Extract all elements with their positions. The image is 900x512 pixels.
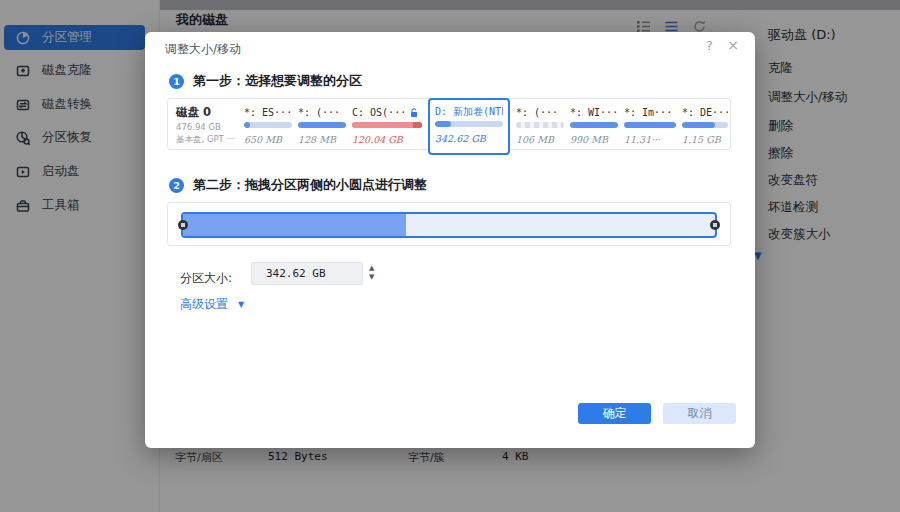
close-icon[interactable]: × [727,37,739,53]
dialog-title: 调整大小/移动 [165,41,241,58]
partition-card-winre[interactable]: *: WI··· 990 MB [570,105,618,149]
step1-heading: 1 第一步：选择想要调整的分区 [169,72,362,90]
partition-cards: *: ES··· 650 MB *: (··· 128 MB C: OS(···… [244,105,728,149]
slider-used-space [183,214,406,236]
partition-card-image[interactable]: *: Im··· 11.31··· [624,105,676,149]
ok-button[interactable]: 确定 [578,403,651,424]
slider-right-handle[interactable] [710,220,720,230]
partition-card-msr[interactable]: *: (··· 128 MB [298,105,346,149]
partition-card-de[interactable]: *: DE··· 1.15 GB [682,105,728,149]
step1-text: 第一步：选择想要调整的分区 [193,72,362,90]
stepper-up-icon[interactable]: ▲ [369,264,374,272]
disk-partition-strip: 磁盘 0 476.94 GB 基本盘, GPT ··· *: ES··· 650… [167,98,731,150]
disk-size: 476.94 GB [176,122,244,132]
chevron-down-icon: ▼ [238,300,244,309]
disk-info: 磁盘 0 476.94 GB 基本盘, GPT ··· [176,105,244,149]
resize-slider-track[interactable] [181,212,717,238]
help-icon[interactable]: ? [706,38,713,53]
partition-card-c[interactable]: C: OS(··· 120.04 GB [352,105,422,149]
partition-card-d-selected[interactable]: D: 新加卷(NTFS) 342.62 GB [428,98,510,155]
disk-type: 基本盘, GPT ··· [176,134,244,146]
partition-card-unallocated[interactable]: *: (··· 106 MB [516,105,564,149]
disk-name: 磁盘 0 [176,105,244,120]
partition-card-esp[interactable]: *: ES··· 650 MB [244,105,292,149]
slider-left-handle[interactable] [178,220,188,230]
partition-size-label: 分区大小: [180,270,232,287]
stepper-down-icon[interactable]: ▼ [369,273,374,281]
step2-heading: 2 第二步：拖拽分区两侧的小圆点进行调整 [169,176,427,194]
resize-slider-container [167,202,731,246]
step2-text: 第二步：拖拽分区两侧的小圆点进行调整 [193,176,427,194]
size-stepper[interactable]: ▲ ▼ [369,264,374,281]
partition-size-input[interactable] [251,262,363,285]
resize-move-dialog: 调整大小/移动 ? × 1 第一步：选择想要调整的分区 磁盘 0 476.94 … [145,32,755,448]
unlock-icon [409,108,419,118]
advanced-settings-toggle[interactable]: 高级设置 ▼ [180,296,244,313]
step2-number-badge: 2 [169,178,184,193]
cancel-button[interactable]: 取消 [663,403,736,424]
step1-number-badge: 1 [169,74,184,89]
